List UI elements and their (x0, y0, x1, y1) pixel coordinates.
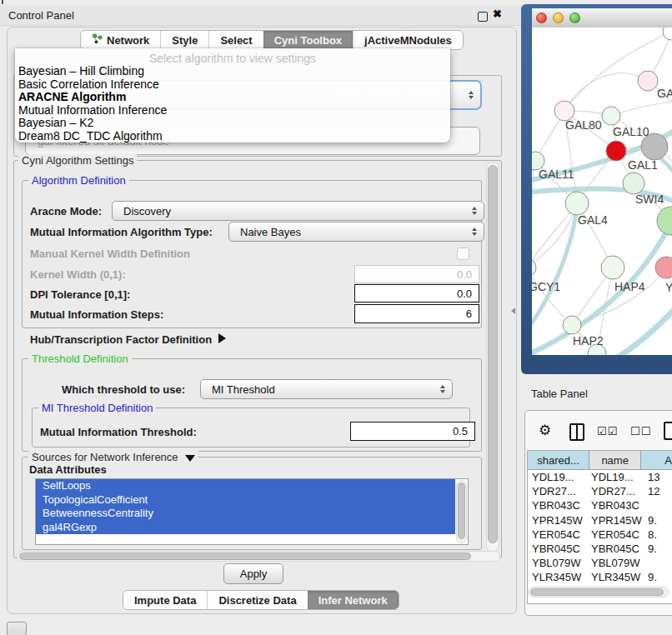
dpi-tolerance-label: DPI Tolerance [0,1]: (30, 288, 130, 301)
aracne-mode-combo[interactable]: Discovery (112, 201, 484, 221)
settings-horizontal-scrollbar[interactable] (17, 551, 500, 562)
node-top-partial[interactable] (663, 28, 672, 40)
list-vertical-scrollbar[interactable] (456, 480, 467, 543)
table-horizontal-scrollbar[interactable] (528, 587, 669, 598)
algorithm-definition-title: Algorithm Definition (28, 174, 129, 187)
minimize-traffic-light-icon[interactable] (553, 12, 564, 23)
mi-type-combo[interactable]: Naive Bayes (228, 222, 484, 242)
manual-kernel-checkbox[interactable] (457, 248, 469, 260)
popup-item-dream8[interactable]: Dream8 DC_TDC Algorithm (15, 130, 450, 143)
control-panel-title: Control Panel (8, 9, 74, 22)
tab-cyni-toolbox[interactable]: Cyni Toolbox (263, 31, 353, 49)
node-big-green[interactable] (657, 207, 672, 235)
node-label: HAP2 (573, 334, 604, 348)
tab-infer-network[interactable]: Infer Network (308, 591, 399, 609)
which-threshold-combo[interactable]: MI Threshold (200, 379, 453, 399)
popup-item-bayesian-hill[interactable]: Bayesian – Hill Climbing (15, 65, 450, 78)
table-rows: YDL19...YDL19...13 YDR27...YDR27...12 YB… (528, 470, 672, 588)
table-row[interactable]: YBR045CYBR045C9. (528, 542, 672, 556)
tab-network[interactable]: Network (81, 31, 160, 49)
kernel-width-field[interactable]: 0.0 (354, 265, 479, 283)
list-item-topologicalcoefficient[interactable]: TopologicalCoefficient (36, 493, 455, 508)
node-label: GAL80 (565, 118, 602, 132)
scrollbar-thumb[interactable] (488, 165, 498, 543)
mi-steps-label: Mutual Information Steps: (30, 308, 163, 321)
network-view-titlebar (532, 8, 672, 28)
which-threshold-label: Which threshold to use: (62, 383, 185, 396)
list-item-betweennesscentrality[interactable]: BetweennessCentrality (36, 507, 455, 521)
network-svg: GAL GAL80 GAL10 GAL1 GAL11 SWI4 GAL4 GCY… (532, 28, 672, 355)
close-traffic-light-icon[interactable] (536, 12, 547, 23)
table-row[interactable]: YDR27...YDR27...12 (528, 484, 672, 498)
list-item-selfloops[interactable]: SelfLoops (36, 479, 455, 493)
file-icon[interactable] (664, 422, 672, 440)
node-y[interactable] (655, 257, 672, 278)
table-panel-title: Table Panel (531, 388, 588, 400)
manual-kernel-label: Manual Kernel Width Definition (30, 248, 190, 260)
scrollbar-thumb[interactable] (458, 482, 465, 539)
node-table: shared... name A YDL19...YDL19...13 YDR2… (527, 450, 672, 604)
mi-threshold-field[interactable]: 0.5 (350, 422, 475, 441)
tab-impute-data[interactable]: Impute Data (123, 591, 207, 609)
dpi-tolerance-field[interactable]: 0.0 (354, 284, 479, 302)
tab-style[interactable]: Style (160, 31, 208, 49)
gear-icon[interactable]: ⚙ (539, 422, 551, 438)
column-header-shared-name[interactable]: shared... (528, 451, 589, 469)
popup-placeholder: Select algorithm to view settings (15, 48, 450, 65)
stepper-icon (472, 228, 477, 236)
tab-jactivemnodules[interactable]: jActiveMNodules (353, 31, 463, 49)
float-panel-icon[interactable] (478, 12, 488, 22)
stepper-icon (440, 385, 445, 393)
popup-item-basic-correlation[interactable]: Basic Correlation Inference (15, 78, 450, 92)
settings-vertical-scrollbar[interactable] (486, 162, 499, 552)
table-header: shared... name A (528, 451, 672, 470)
node-swi4[interactable] (623, 172, 644, 194)
deselect-all-icon[interactable]: ☐☐ (630, 425, 651, 438)
scrollbar-thumb[interactable] (530, 588, 664, 596)
column-header-name[interactable]: name (589, 451, 641, 469)
node-gal1[interactable] (606, 141, 626, 161)
network-canvas[interactable]: GAL GAL80 GAL10 GAL1 GAL11 SWI4 GAL4 GCY… (532, 28, 672, 355)
node-label: GAL4 (578, 213, 608, 227)
threshold-definition-title: Threshold Definition (28, 352, 132, 365)
column-header-partial[interactable]: A (641, 451, 672, 469)
control-panel-titlebar (0, 5, 521, 26)
node-gal-top[interactable] (638, 71, 658, 91)
node-hap4[interactable] (601, 256, 624, 279)
table-row[interactable]: YLR345WYLR345W9. (528, 570, 672, 584)
splitter-collapse-arrow[interactable] (511, 308, 515, 314)
node-gal4[interactable] (565, 192, 589, 215)
column-browser-icon[interactable] (569, 423, 584, 441)
table-row[interactable]: YBL079WYBL079W (528, 556, 672, 570)
mi-threshold-label: Mutual Information Threshold: (40, 426, 197, 438)
list-item-gal4rgexp[interactable]: gal4RGexp (36, 521, 455, 535)
select-all-icon[interactable]: ☑☑ (597, 425, 618, 438)
hub-definition-expander[interactable]: Hub/Transcription Factor Definition (30, 333, 226, 346)
mi-type-label: Mutual Information Algorithm Type: (30, 226, 213, 238)
tab-select[interactable]: Select (208, 31, 263, 49)
node-gal10[interactable] (602, 107, 620, 125)
collapse-down-icon (185, 455, 195, 462)
popup-item-aracne[interactable]: ARACNE Algorithm (15, 91, 450, 104)
popup-item-bayesian-k2[interactable]: Bayesian – K2 (15, 117, 450, 130)
table-row[interactable]: YPR145WYPR145W9. (528, 513, 672, 528)
mi-steps-field[interactable]: 6 (354, 304, 479, 323)
popup-item-mutual-information[interactable]: Mutual Information Inference (15, 104, 450, 118)
sources-group-title[interactable]: Sources for Network Inference (28, 451, 198, 463)
close-icon[interactable]: ✖ (493, 8, 502, 20)
scrollbar-thumb[interactable] (19, 552, 471, 560)
table-row[interactable]: YBR043CYBR043C (528, 498, 672, 512)
node-label: HAP4 (614, 280, 645, 293)
tab-discretize-data[interactable]: Discretize Data (207, 591, 307, 609)
node-hap2[interactable] (563, 316, 581, 334)
table-row[interactable]: YDL19...YDL19...13 (528, 470, 672, 484)
apply-button[interactable]: Apply (223, 563, 283, 584)
control-panel-tabs: Network Style Select Cyni Toolbox jActiv… (80, 30, 464, 50)
minimized-panel-icon[interactable] (7, 622, 27, 635)
algorithm-popup: Select algorithm to view settings Bayesi… (15, 48, 450, 142)
cyni-bottom-tabs: Impute Data Discretize Data Infer Networ… (123, 590, 399, 610)
node-label: GAL1 (628, 158, 658, 172)
zoom-traffic-light-icon[interactable] (569, 12, 580, 23)
table-row[interactable]: YER054CYER054C8. (528, 528, 672, 542)
node-label: GAL10 (613, 125, 649, 138)
